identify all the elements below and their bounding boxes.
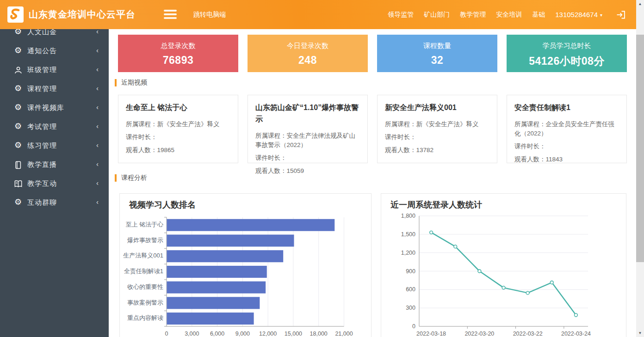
sidebar-item-4[interactable]: ⚙课件视频库‹ <box>0 98 109 116</box>
section-accent-bar <box>115 174 117 182</box>
svg-text:6,000: 6,000 <box>210 331 224 337</box>
stat-label: 学员学习总时长 <box>507 42 627 50</box>
svg-text:1,500: 1,500 <box>401 231 415 238</box>
svg-text:2022-03-20: 2022-03-20 <box>464 331 494 337</box>
sidebar-item-7[interactable]: 教学直播‹ <box>0 154 109 173</box>
app-header: 山东黄金培训中心云平台 跳转电脑端 领导监管 矿山部门 教学管理 安全培训 基础… <box>0 0 644 29</box>
user-phone-dropdown[interactable]: 13105284674▾ <box>555 11 602 18</box>
stat-card-today-logins: 今日登录次数 248 <box>248 35 368 72</box>
stat-card-total-study-time: 学员学习总时长 54126小时08分 <box>507 35 627 72</box>
bar-category-label: 至上 铭法于心 <box>120 221 163 230</box>
video-duration: 课件时长： <box>126 133 230 142</box>
sidebar-item-8[interactable]: 教学互动‹ <box>0 173 109 192</box>
video-viewers: 观看人数：15059 <box>255 166 360 176</box>
nav-item-mine-department[interactable]: 矿山部门 <box>424 11 450 19</box>
bar-4 <box>167 282 266 294</box>
chevron-left-icon: ‹ <box>96 154 99 173</box>
nav-item-leader-supervision[interactable]: 领导监管 <box>388 11 414 19</box>
video-duration: 课件时长： <box>385 133 489 142</box>
chevron-left-icon: ‹ <box>96 79 99 98</box>
svg-text:3,000: 3,000 <box>185 331 199 337</box>
main-content: 总登录次数 76893 今日登录次数 248 课程数量 32 学员学习总时长 5… <box>109 29 636 337</box>
sidebar-item-label: 教学互动 <box>27 179 57 187</box>
gear-icon: ⚙ <box>13 136 23 155</box>
hamburger-menu-icon[interactable] <box>164 10 178 20</box>
jump-to-desktop-link[interactable]: 跳转电脑端 <box>193 0 226 29</box>
sidebar-item-label: 互动群聊 <box>27 198 57 206</box>
sidebar-item-label: 通知公告 <box>27 47 57 55</box>
sidebar-item-3[interactable]: ⚙课程管理‹ <box>0 79 109 98</box>
user-icon <box>13 60 23 79</box>
svg-text:9,000: 9,000 <box>235 331 250 337</box>
line-chart-svg: 03006009001,2001,5001,8002022-03-182022-… <box>381 194 627 337</box>
video-card[interactable]: 安全责任制解读1 所属课程：企业全员安全生产责任强化（2022） 课件时长： 观… <box>507 95 627 163</box>
bar-3 <box>167 266 267 278</box>
line-series <box>431 233 576 315</box>
section-course-analysis: 课程分析 <box>115 173 147 183</box>
gear-icon: ⚙ <box>13 98 23 117</box>
sidebar-item-5[interactable]: ⚙考试管理‹ <box>0 116 109 135</box>
arrow-up-icon[interactable]: ▲ <box>636 0 644 8</box>
nav-item-safety-training[interactable]: 安全培训 <box>496 11 522 19</box>
stat-value: 248 <box>248 54 368 67</box>
chevron-left-icon: ‹ <box>96 135 99 154</box>
video-card[interactable]: 新安全生产法释义001 所属课程：新《安全生产法》释义 课件时长： 观看人数：1… <box>377 95 497 163</box>
sidebar-item-9[interactable]: ⚙互动群聊‹ <box>0 192 109 211</box>
svg-text:12,000: 12,000 <box>259 331 277 337</box>
scrollbar-thumb[interactable] <box>636 35 644 262</box>
bar-0 <box>167 219 335 231</box>
chevron-left-icon: ‹ <box>96 60 99 79</box>
chevron-left-icon: ‹ <box>96 41 99 60</box>
video-viewers: 观看人数：13782 <box>385 146 489 155</box>
bar-1 <box>167 235 294 247</box>
data-point-0 <box>430 231 433 234</box>
stat-label: 总登录次数 <box>118 42 238 50</box>
sidebar-item-label: 班级管理 <box>27 66 57 74</box>
svg-text:1,800: 1,800 <box>401 213 415 219</box>
svg-text:900: 900 <box>406 268 415 275</box>
sidebar-item-6[interactable]: ⚙练习管理‹ <box>0 135 109 154</box>
nav-item-teaching-management[interactable]: 教学管理 <box>460 11 486 19</box>
svg-text:0: 0 <box>412 323 415 330</box>
arrow-down-icon[interactable]: ▼ <box>636 329 644 337</box>
svg-text:21,000: 21,000 <box>335 331 353 337</box>
video-course: 所属课程：新《安全生产法》释义 <box>126 120 230 129</box>
stat-card-course-count: 课程数量 32 <box>377 35 497 72</box>
data-point-6 <box>575 313 578 317</box>
logout-icon[interactable] <box>615 9 626 20</box>
video-card[interactable]: 山东笏山金矿“1.10”爆炸事故警示 所属课程：安全生产法律法规及矿山事故警示（… <box>248 95 368 163</box>
data-point-2 <box>478 270 481 273</box>
top-nav: 领导监管 矿山部门 教学管理 安全培训 基础 13105284674▾ <box>388 0 626 29</box>
chevron-left-icon: ‹ <box>96 173 99 192</box>
video-title: 生命至上 铭法于心 <box>126 102 230 113</box>
sidebar-item-1[interactable]: ⚙通知公告‹ <box>0 41 109 60</box>
sidebar-item-2[interactable]: 班级管理‹ <box>0 60 109 79</box>
section-title-text: 课程分析 <box>121 174 147 181</box>
video-viewers: 观看人数：19865 <box>126 146 230 155</box>
sidebar-item-label: 教学直播 <box>27 160 57 168</box>
svg-text:18,000: 18,000 <box>310 331 328 337</box>
sidebar: ⚙人文山金‹⚙通知公告‹班级管理‹⚙课程管理‹⚙课件视频库‹⚙考试管理‹⚙练习管… <box>0 0 109 337</box>
gear-icon: ⚙ <box>13 193 23 212</box>
video-title: 山东笏山金矿“1.10”爆炸事故警示 <box>255 102 360 125</box>
gear-icon: ⚙ <box>13 117 23 136</box>
video-duration: 课件时长： <box>514 142 619 151</box>
stat-value: 32 <box>377 54 497 67</box>
chevron-left-icon: ‹ <box>96 192 99 211</box>
stat-card-total-logins: 总登录次数 76893 <box>118 35 238 72</box>
stat-label: 课程数量 <box>377 42 497 50</box>
stat-value: 76893 <box>118 54 238 67</box>
app-title: 山东黄金培训中心云平台 <box>29 0 136 29</box>
svg-text:300: 300 <box>406 305 415 311</box>
section-recent-videos: 近期视频 <box>115 78 147 87</box>
data-point-4 <box>526 291 529 294</box>
svg-text:1,200: 1,200 <box>401 250 415 256</box>
svg-text:2022-03-24: 2022-03-24 <box>561 331 591 337</box>
sidebar-item-label: 课程管理 <box>27 85 57 92</box>
line-chart-card: 近一周系统登录人数统计 03006009001,2001,5001,800202… <box>381 193 626 337</box>
nav-item-basic[interactable]: 基础 <box>532 11 545 19</box>
svg-text:2022-03-22: 2022-03-22 <box>513 331 543 337</box>
gear-icon: ⚙ <box>13 41 23 60</box>
tablet-icon <box>13 155 23 174</box>
video-card[interactable]: 生命至上 铭法于心 所属课程：新《安全生产法》释义 课件时长： 观看人数：198… <box>118 95 238 163</box>
